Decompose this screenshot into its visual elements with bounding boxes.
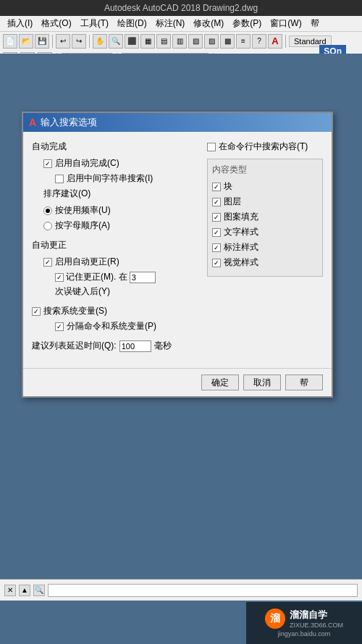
content-block-checkbox[interactable] [212,183,221,191]
content-block-label: 块 [224,180,232,193]
sep-cmd-sysvar-row[interactable]: 分隔命令和系统变量(P) [55,320,200,333]
tb-help-btn[interactable]: ? [252,34,266,49]
watermark-url: jingyan.baidu.com [278,630,331,637]
menu-insert[interactable]: 插入(I) [3,16,37,31]
tb-undo-btn[interactable]: ↩ [56,34,70,49]
tb-tool5-btn[interactable]: ▨ [204,34,219,49]
watermark-icon: 溜 [265,609,285,629]
remember-correction-row[interactable]: 记住更正(M). 在 次误键入后(Y) [55,271,200,298]
remember-correction-checkbox[interactable] [55,273,64,282]
cancel-button[interactable]: 取消 [243,375,281,390]
content-visstyle-row[interactable]: 视觉样式 [212,256,318,269]
tb-pan-btn[interactable]: ✋ [93,34,107,49]
tb-tool3-btn[interactable]: ▥ [172,34,187,49]
tb-match-btn[interactable]: ≡ [236,34,251,49]
tb-sep3 [285,35,286,48]
enable-autocomplete-label: 启用自动完成(C) [55,157,119,170]
enable-autocomplete-row[interactable]: 启用自动完成(C) [43,157,200,170]
remember-num-input[interactable] [130,272,156,283]
search-cmdline-checkbox[interactable] [207,143,216,151]
cmd-close-btn[interactable]: ✕ [4,585,16,596]
dialog-icon: A [29,117,36,128]
tb-zoom-btn[interactable]: 🔍 [109,34,123,49]
content-textstyle-label: 文字样式 [224,226,258,238]
content-type-title: 内容类型 [212,164,318,176]
watermark-logo: 溜 溜溜自学 ZIXUE.3D66.COM [265,609,343,629]
tb-sep2 [89,35,90,48]
enable-autocorrect-checkbox[interactable] [43,258,52,267]
dialog-buttons: 确定 取消 帮 [23,368,332,396]
tb-3d-btn[interactable]: ⬛ [125,34,139,49]
content-dimstyle-row[interactable]: 标注样式 [212,241,318,254]
tb-open-btn[interactable]: 📂 [19,34,33,49]
title-text: Autodesk AutoCAD 2018 Drawing2.dwg [104,3,258,13]
enable-autocomplete-checkbox[interactable] [43,159,52,168]
tb-redo-btn[interactable]: ↪ [72,34,86,49]
tb-tool1-btn[interactable]: ▦ [140,34,155,49]
sysvar-section: 搜索系统变量(S) 分隔命令和系统变量(P) [32,305,200,333]
menu-window[interactable]: 窗口(W) [266,16,306,31]
command-bar: ✕ ▲ 🔍 [0,579,362,601]
menu-dimension[interactable]: 标注(N) [151,16,190,31]
freq-radio-row[interactable]: 按使用频率(U) [43,204,200,217]
content-dimstyle-checkbox[interactable] [212,243,221,252]
menu-draw[interactable]: 绘图(D) [113,16,151,31]
menu-modify[interactable]: 修改(M) [189,16,228,31]
suggest-delay-section: 建议列表延迟时间(Q): 毫秒 [32,340,200,352]
tb-tool6-btn[interactable]: ▩ [220,34,235,49]
ok-button[interactable]: 确定 [201,375,239,390]
alpha-radio-btn[interactable] [43,222,52,230]
suggest-delay-input[interactable] [119,340,151,352]
search-cmdline-label: 在命令行中搜索内容(T) [219,141,308,153]
content-layer-checkbox[interactable] [212,198,221,206]
menu-help[interactable]: 帮 [306,16,324,31]
cmd-search-btn[interactable]: 🔍 [33,585,45,596]
cad-workspace: A 输入搜索选项 自动完成 启用自动完成(C) 启用中间字符串搜索(I) [0,54,362,644]
menu-format[interactable]: 格式(O) [37,16,75,31]
content-visstyle-checkbox[interactable] [212,259,221,267]
autocomplete-label: 自动完成 [32,141,200,153]
watermark-brand: 溜溜自学 [290,609,343,622]
content-hatch-checkbox[interactable] [212,213,221,222]
content-layer-row[interactable]: 图层 [212,196,318,208]
search-sysvar-row[interactable]: 搜索系统变量(S) [32,305,200,317]
content-visstyle-label: 视觉样式 [224,256,258,269]
content-dimstyle-label: 标注样式 [224,241,258,254]
remember-prefix: 记住更正(M). 在 [66,271,127,283]
enable-autocorrect-label: 启用自动更正(R) [55,256,119,268]
sep-cmd-sysvar-checkbox[interactable] [55,322,64,331]
toolbar-row1: 📄 📂 💾 ↩ ↪ ✋ 🔍 ⬛ ▦ ▤ ▥ ▧ ▨ ▩ ≡ ? A Standa… [0,32,362,51]
dialog-body: 自动完成 启用自动完成(C) 启用中间字符串搜索(I) 排序建议(O) 按使用频… [23,132,332,368]
search-sysvar-checkbox[interactable] [32,307,41,316]
help-button[interactable]: 帮 [285,375,323,390]
enable-autocorrect-row[interactable]: 启用自动更正(R) [43,256,200,268]
freq-radio-btn[interactable] [43,206,52,215]
menu-tools[interactable]: 工具(T) [76,16,113,31]
tb-tool4-btn[interactable]: ▧ [188,34,203,49]
content-hatch-row[interactable]: 图案填充 [212,211,318,223]
menu-param[interactable]: 参数(P) [228,16,266,31]
middle-string-row[interactable]: 启用中间字符串搜索(I) [55,172,200,185]
dialog-title: 输入搜索选项 [41,116,97,129]
cmd-arrow-btn[interactable]: ▲ [19,585,30,596]
sep-cmd-sysvar-label: 分隔命令和系统变量(P) [67,320,156,333]
tb-sep1 [52,35,53,48]
content-textstyle-checkbox[interactable] [212,228,221,237]
tb-tool2-btn[interactable]: ▤ [156,34,171,49]
tb-text-btn[interactable]: A [268,34,282,49]
search-sysvar-label: 搜索系统变量(S) [43,305,107,317]
alpha-radio-label: 按字母顺序(A) [55,219,110,232]
tb-save-btn[interactable]: 💾 [35,34,49,49]
suggest-delay-unit: 毫秒 [154,340,172,352]
sort-label: 排序建议(O) [43,188,200,200]
command-input[interactable] [48,584,358,597]
remember-suffix: 次误键入后(Y) [55,285,110,298]
alpha-radio-row[interactable]: 按字母顺序(A) [43,219,200,232]
content-textstyle-row[interactable]: 文字样式 [212,226,318,238]
freq-radio-label: 按使用频率(U) [55,204,111,217]
tb-new-btn[interactable]: 📄 [3,34,17,49]
content-block-row[interactable]: 块 [212,180,318,193]
middle-string-checkbox[interactable] [55,175,64,183]
search-cmdline-cb-row[interactable]: 在命令行中搜索内容(T) [207,141,323,153]
input-search-dialog: A 输入搜索选项 自动完成 启用自动完成(C) 启用中间字符串搜索(I) [22,112,333,398]
